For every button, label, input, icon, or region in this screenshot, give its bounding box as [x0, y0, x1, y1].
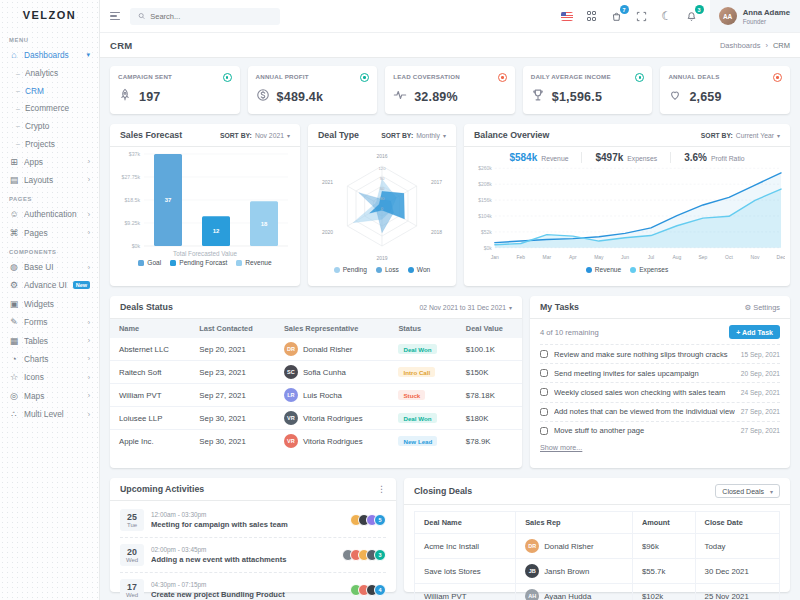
sidebar-item-analytics[interactable]: –Analytics: [0, 64, 99, 82]
sidebar-item-crypto[interactable]: –Crypto: [0, 117, 99, 135]
dark-mode-moon-icon[interactable]: ☾: [660, 9, 674, 23]
table-row[interactable]: Acme Inc InstallDRDonald Risher$96kToday: [415, 534, 780, 559]
kebab-menu-icon[interactable]: ⋮: [377, 484, 386, 494]
fullscreen-icon[interactable]: [635, 9, 649, 23]
sales-rep-cell: AHAyaan Hudda: [516, 584, 633, 600]
balance-overview-sort[interactable]: SORT BY: Current Year ▾: [701, 132, 780, 139]
stat-value: 3.6%: [684, 152, 707, 163]
table-row[interactable]: Raitech SoftSep 23, 2021SCSofia CunhaInt…: [110, 361, 522, 384]
activity-day: 20: [120, 547, 144, 557]
search-box[interactable]: [130, 8, 280, 25]
table-row[interactable]: Save lots StoresJBJansh Brown$55.7k30 De…: [415, 559, 780, 584]
task-text: Add notes that can be viewed from the in…: [554, 407, 735, 416]
activity-weekday: Tue: [120, 522, 144, 528]
deals-status-range[interactable]: 02 Nov 2021 to 31 Dec 2021 ▾: [419, 304, 512, 311]
activity-time: 12:00am - 03:30pm: [151, 511, 343, 518]
column-header: Deal Value: [457, 319, 522, 338]
sidebar-item-crm[interactable]: –CRM: [0, 82, 99, 100]
content-area: CAMPAIGN SENT197ANNUAL PROFIT$489.4kLEAD…: [100, 58, 800, 600]
last-contacted-cell: Sep 27, 2021: [190, 384, 275, 407]
card-title: Upcoming Activities: [120, 484, 204, 494]
status-badge: Stuck: [398, 390, 425, 400]
sidebar-item-layouts[interactable]: ▤Layouts›: [0, 171, 99, 189]
topbar: 7 ☾ 3 AA Anna Adame Founder: [100, 0, 800, 32]
kpi-label: ANNUAL DEALS: [668, 73, 719, 80]
task-text: Review and make sure nothing slips throu…: [554, 350, 735, 359]
deal-name-cell: Loiusee LLP: [110, 407, 190, 430]
chevron-right-icon: ›: [88, 264, 90, 271]
add-task-button[interactable]: + Add Task: [729, 325, 780, 339]
sidebar-item-widgets[interactable]: ▣Widgets: [0, 295, 99, 313]
cart-icon[interactable]: 7: [610, 9, 624, 23]
sidebar-item-tables[interactable]: ▦Tables›: [0, 331, 99, 349]
closed-deals-select[interactable]: Closed Deals ▾: [715, 484, 780, 498]
legend-swatch: [236, 260, 242, 266]
card-title: Closing Deals: [414, 486, 472, 496]
sidebar-item-apps[interactable]: ⊞Apps›: [0, 152, 99, 170]
activity-avatars: 3: [342, 549, 386, 561]
task-checkbox[interactable]: [540, 350, 548, 358]
task-checkbox[interactable]: [540, 388, 548, 396]
status-badge: Deal Won: [398, 344, 436, 354]
sidebar-item-label: Tables: [24, 336, 83, 346]
task-checkbox[interactable]: [540, 369, 548, 377]
svg-text:18: 18: [261, 221, 268, 227]
language-flag-icon[interactable]: [560, 9, 574, 23]
sidebar-item-maps[interactable]: ◎Maps›: [0, 386, 99, 404]
sort-value: Current Year: [736, 132, 774, 139]
sidebar-item-pages[interactable]: ⌘Pages›: [0, 223, 99, 241]
amount-cell: $102k: [632, 584, 695, 600]
sidebar-item-forms[interactable]: ✎Forms›: [0, 313, 99, 331]
search-input[interactable]: [150, 12, 272, 21]
task-checkbox[interactable]: [540, 408, 548, 416]
table-row[interactable]: William PVTAHAyaan Hudda$102k25 Nov 2021: [415, 584, 780, 600]
rep-name: Vitoria Rodrigues: [303, 414, 363, 423]
task-text: Move stuff to another page: [554, 426, 735, 435]
deal-name-cell: Acme Inc Install: [415, 534, 516, 559]
activity-time: 02:00pm - 03:45pm: [151, 546, 335, 553]
sidebar-item-base-ui[interactable]: ◍Base UI›: [0, 258, 99, 276]
card-title: Deal Type: [318, 130, 359, 140]
user-menu[interactable]: AA Anna Adame Founder: [710, 0, 800, 32]
svg-text:2018: 2018: [431, 229, 442, 235]
kpi-value: 2,659: [689, 90, 721, 104]
sidebar-item-multi-level[interactable]: ∴Multi Level›: [0, 405, 99, 423]
breadcrumb-root[interactable]: Dashboards: [720, 41, 760, 50]
task-checkbox[interactable]: [540, 427, 548, 435]
show-more-link[interactable]: Show more...: [530, 440, 790, 458]
svg-text:Jan: Jan: [491, 255, 499, 260]
cart-badge: 7: [620, 5, 629, 14]
sales-forecast-sort[interactable]: SORT BY: Nov 2021 ▾: [220, 132, 290, 139]
balance-stat: $497kExpenses: [581, 152, 670, 163]
sidebar-item-projects[interactable]: –Projects: [0, 135, 99, 153]
hamburger-menu-icon[interactable]: [110, 12, 120, 20]
stat-label: Profit Ratio: [711, 155, 745, 162]
sidebar-item-advance-ui[interactable]: ⚙Advance UINew: [0, 276, 99, 294]
multilevel-icon: ∴: [9, 409, 19, 419]
activities-list: 25Tue12:00am - 03:30pmMeeting for campai…: [110, 501, 396, 600]
tasks-settings-button[interactable]: ⚙ Settings: [745, 303, 780, 312]
sidebar-item-ecommerce[interactable]: –Ecommerce: [0, 100, 99, 118]
table-row[interactable]: Apple Inc.Sep 30, 2021VRVitoria Rodrigue…: [110, 430, 522, 453]
deal-type-sort[interactable]: SORT BY: Monthly ▾: [381, 132, 446, 139]
balance-overview-legend: RevenueExpenses: [586, 266, 668, 273]
notification-bell-icon[interactable]: 3: [685, 9, 699, 23]
status-circle-dot-icon: [635, 73, 644, 82]
chevron-right-icon: ›: [88, 337, 90, 344]
deal-name-cell: Raitech Soft: [110, 361, 190, 384]
table-row[interactable]: William PVTSep 27, 2021LRLuis RochaStuck…: [110, 384, 522, 407]
sidebar-item-authentication[interactable]: ☺Authentication›: [0, 205, 99, 223]
apps-grid-icon[interactable]: [585, 9, 599, 23]
sidebar-item-icons[interactable]: ☆Icons›: [0, 368, 99, 386]
table-row[interactable]: Loiusee LLPSep 30, 2021VRVitoria Rodrigu…: [110, 407, 522, 430]
sales-rep-cell: SCSofia Cunha: [275, 361, 390, 384]
column-header: Close Date: [695, 512, 779, 534]
last-contacted-cell: Sep 30, 2021: [190, 407, 275, 430]
chevron-right-icon: ›: [88, 374, 90, 381]
column-header: Sales Rep: [516, 512, 633, 534]
sales-forecast-card: Sales Forecast SORT BY: Nov 2021 ▾ $0k$9…: [110, 124, 300, 286]
table-row[interactable]: Absternet LLCSep 20, 2021DRDonald Risher…: [110, 338, 522, 361]
sidebar-item-dashboards[interactable]: ⌂Dashboards▾: [0, 46, 99, 64]
sidebar-item-charts[interactable]: ◔Charts›: [0, 350, 99, 368]
rep-name: Luis Rocha: [303, 391, 342, 400]
